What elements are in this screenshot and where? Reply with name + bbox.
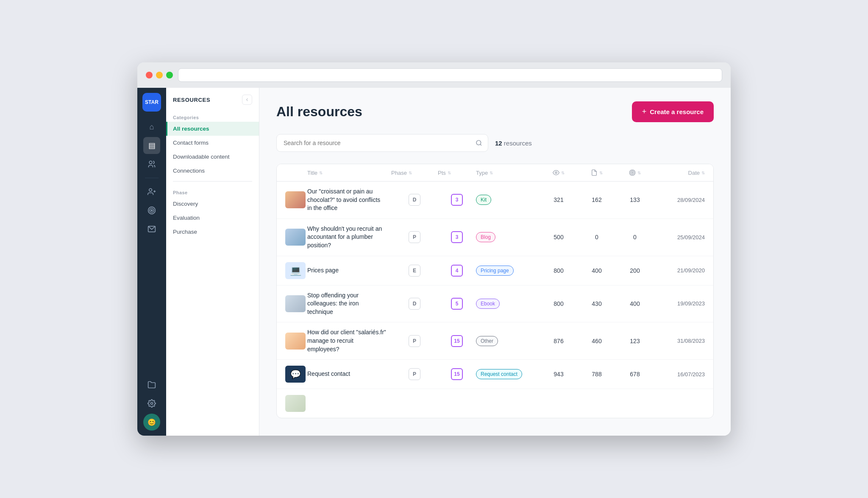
date-col-label: Date <box>688 170 700 176</box>
row-thumbnail <box>285 295 307 312</box>
table-header: Title ⇅ Phase ⇅ Pts ⇅ Type <box>277 164 713 182</box>
sidebar-phase-label: Phase <box>166 185 259 197</box>
sidebar-item-connections[interactable]: Connections <box>166 164 259 178</box>
row-phase: P <box>391 368 438 380</box>
row-title: How did our client "salariés.fr" manage … <box>307 328 391 353</box>
nav-bar: STAR ⌂ ▤ <box>137 88 166 436</box>
svg-point-6 <box>151 210 152 211</box>
nav-icon-resources[interactable]: ▤ <box>143 137 160 154</box>
table-row[interactable]: How did our client "salariés.fr" manage … <box>277 322 713 360</box>
row-thumbnail: 💬 <box>285 366 307 383</box>
close-button[interactable] <box>146 72 153 78</box>
phase-badge: D <box>409 194 420 206</box>
svg-point-1 <box>149 189 152 192</box>
row-target: 133 <box>616 196 654 203</box>
col-phase-header[interactable]: Phase ⇅ <box>391 170 438 176</box>
row-thumbnail <box>285 191 307 208</box>
row-thumbnail: 💻 <box>285 262 307 279</box>
nav-icon-home[interactable]: ⌂ <box>143 118 160 135</box>
main-content: All resources + Create a resource <box>259 88 731 436</box>
main-inner: All resources + Create a resource <box>259 88 731 436</box>
date-sort-icon: ⇅ <box>701 171 705 175</box>
row-pages: 430 <box>578 300 616 307</box>
plus-icon: + <box>642 107 647 116</box>
type-badge: Other <box>476 336 498 346</box>
phase-badge: P <box>409 335 420 347</box>
svg-point-0 <box>149 161 152 164</box>
nav-icon-target[interactable] <box>143 202 160 219</box>
row-type: Kit <box>476 195 540 205</box>
type-badge: Pricing page <box>476 266 514 276</box>
row-pages: 0 <box>578 234 616 241</box>
sidebar-item-discovery[interactable]: Discovery <box>166 197 259 211</box>
nav-icon-folder[interactable] <box>143 376 160 393</box>
row-views: 321 <box>540 196 578 203</box>
svg-line-10 <box>480 144 481 145</box>
sidebar-item-all-resources[interactable]: All resources <box>166 122 259 136</box>
sidebar-item-downloadable-content[interactable]: Downloadable content <box>166 150 259 164</box>
table-row[interactable]: Our "croissant or pain au chocolat?" to … <box>277 182 713 219</box>
nav-divider <box>145 178 159 178</box>
sidebar-title: RESOURCES <box>173 97 210 103</box>
page-header: All resources + Create a resource <box>276 101 714 122</box>
row-phase: D <box>391 194 438 206</box>
sidebar: RESOURCES Categories All resources Conta… <box>166 88 259 436</box>
table-row[interactable]: 💻 Prices page E 4 Pricing page 800 <box>277 256 713 285</box>
title-col-label: Title <box>307 170 317 176</box>
row-date: 28/09/2024 <box>654 197 705 203</box>
col-type-header[interactable]: Type ⇅ <box>476 170 540 176</box>
table-row[interactable]: Stop offending your colleagues: the iron… <box>277 285 713 323</box>
col-pages-header[interactable]: ⇅ <box>578 169 616 176</box>
svg-point-11 <box>555 172 557 173</box>
col-views-header[interactable]: ⇅ <box>540 169 578 176</box>
address-bar[interactable] <box>178 68 722 82</box>
type-badge: Ebook <box>476 299 500 309</box>
row-type: Ebook <box>476 299 540 309</box>
table-row[interactable]: Why shouldn't you recruit an accountant … <box>277 219 713 256</box>
search-bar: 12 resources <box>276 134 714 152</box>
fullscreen-button[interactable] <box>166 72 173 78</box>
sidebar-item-contact-forms[interactable]: Contact forms <box>166 136 259 150</box>
row-views: 943 <box>540 371 578 378</box>
pages-sort-icon: ⇅ <box>599 171 603 175</box>
svg-point-5 <box>150 208 154 213</box>
phase-badge: P <box>409 231 420 243</box>
create-resource-button[interactable]: + Create a resource <box>632 101 714 122</box>
search-input[interactable] <box>276 134 488 152</box>
col-title-header[interactable]: Title ⇅ <box>307 170 391 176</box>
pts-badge: 3 <box>451 231 463 243</box>
col-pts-header[interactable]: Pts ⇅ <box>438 170 476 176</box>
sidebar-item-purchase[interactable]: Purchase <box>166 225 259 239</box>
row-target: 678 <box>616 371 654 378</box>
row-pages: 788 <box>578 371 616 378</box>
nav-icon-add-user[interactable] <box>143 183 160 200</box>
minimize-button[interactable] <box>156 72 163 78</box>
search-button[interactable] <box>470 134 488 152</box>
nav-icon-settings[interactable] <box>143 395 160 412</box>
nav-icon-mail[interactable] <box>143 221 160 238</box>
resource-count: 12 resources <box>495 140 532 147</box>
row-target: 123 <box>616 338 654 344</box>
browser-window: STAR ⌂ ▤ <box>137 62 731 436</box>
resource-count-number: 12 <box>495 140 502 147</box>
search-input-wrap <box>276 134 488 152</box>
phase-sort-icon: ⇅ <box>409 171 412 175</box>
row-thumbnail <box>285 229 307 246</box>
sidebar-item-evaluation[interactable]: Evaluation <box>166 211 259 225</box>
app-layout: STAR ⌂ ▤ <box>137 88 731 436</box>
table-row[interactable]: 💬 Request contact P 15 Request contact 9… <box>277 360 713 389</box>
nav-icon-avatar[interactable]: 😊 <box>143 414 160 431</box>
row-pts: 3 <box>438 231 476 243</box>
phase-col-label: Phase <box>391 170 407 176</box>
sidebar-categories-label: Categories <box>166 110 259 122</box>
nav-icon-users[interactable] <box>143 156 160 173</box>
row-phase: P <box>391 335 438 347</box>
pts-sort-icon: ⇅ <box>448 171 451 175</box>
sidebar-collapse-button[interactable] <box>242 95 252 105</box>
row-type: Blog <box>476 232 540 242</box>
col-date-header[interactable]: Date ⇅ <box>654 170 705 176</box>
col-target-header[interactable]: ⇅ <box>616 169 654 176</box>
sidebar-header: RESOURCES <box>166 95 259 110</box>
row-date: 21/09/2020 <box>654 267 705 274</box>
table-row[interactable] <box>277 389 713 418</box>
